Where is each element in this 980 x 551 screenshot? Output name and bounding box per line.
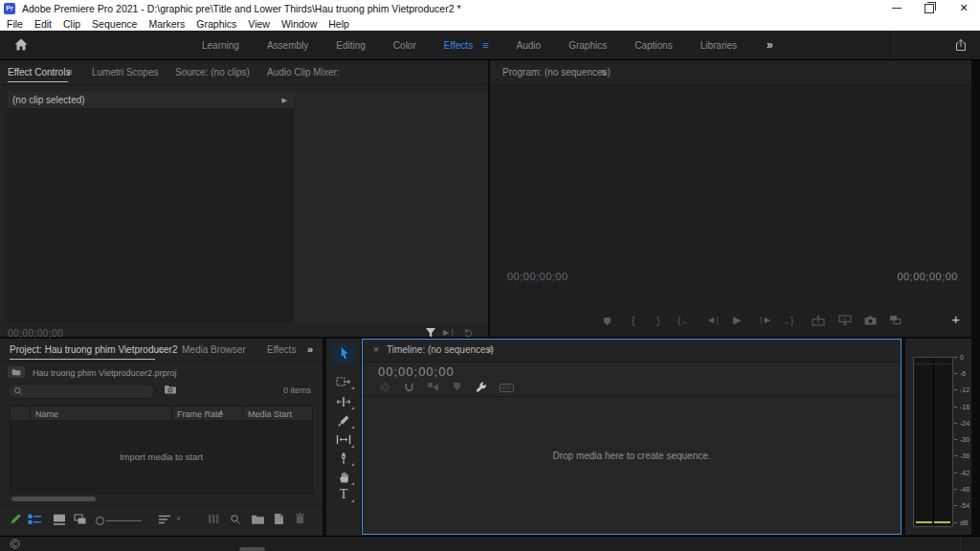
- workspace-tab-learning[interactable]: Learning: [202, 40, 239, 51]
- tab-media-browser[interactable]: Media Browser: [182, 344, 246, 355]
- tab-program[interactable]: Program: (no sequences): [502, 67, 611, 77]
- horizontal-scrollbar[interactable]: [11, 496, 96, 501]
- automate-to-sequence-icon[interactable]: [208, 514, 221, 524]
- menu-clip[interactable]: Clip: [57, 18, 86, 30]
- effect-controls-panel: Effect Controls ≡ Lumetri Scopes Source:…: [0, 60, 488, 337]
- close-button[interactable]: ✕: [949, 0, 978, 16]
- column-frame-rate[interactable]: Frame Rate: [177, 409, 223, 419]
- go-to-in-icon[interactable]: {←: [678, 316, 690, 326]
- captions-track-icon[interactable]: CC: [500, 384, 514, 392]
- tab-effect-controls[interactable]: Effect Controls: [8, 67, 70, 77]
- home-icon[interactable]: [13, 37, 29, 52]
- extract-icon[interactable]: [838, 315, 852, 326]
- workspace-tab-audio[interactable]: Audio: [517, 40, 542, 51]
- loop-playback-icon[interactable]: [463, 328, 474, 339]
- menu-graphics[interactable]: Graphics: [190, 18, 242, 30]
- go-to-out-icon[interactable]: →}: [781, 316, 793, 326]
- sort-options-icon[interactable]: [158, 515, 171, 524]
- razor-tool[interactable]: [332, 411, 355, 430]
- workspace-tab-color[interactable]: Color: [393, 40, 416, 51]
- timeline-display-settings-icon[interactable]: [475, 381, 487, 393]
- tab-timeline[interactable]: Timeline: (no sequences): [387, 344, 494, 355]
- play-button-icon[interactable]: ▶: [733, 314, 741, 326]
- creative-cloud-status-icon[interactable]: [10, 539, 20, 549]
- menu-edit[interactable]: Edit: [29, 18, 57, 30]
- timeline-timecode[interactable]: 00;00;00;00: [378, 364, 455, 379]
- project-item-list[interactable]: Import media to start: [10, 420, 313, 494]
- timeline-add-marker-icon[interactable]: [454, 383, 460, 390]
- snap-icon[interactable]: [404, 382, 414, 393]
- menu-sequence[interactable]: Sequence: [86, 18, 143, 30]
- project-breadcrumb[interactable]: Hau truong phim Vietproducer2.prproj: [33, 368, 176, 378]
- step-back-icon[interactable]: ◀❘: [708, 316, 721, 324]
- timeline-close-icon[interactable]: ×: [373, 344, 379, 355]
- minimize-button[interactable]: [882, 0, 911, 16]
- workspace-tab-graphics[interactable]: Graphics: [568, 40, 607, 51]
- pen-tool[interactable]: [332, 449, 355, 467]
- menu-help[interactable]: Help: [323, 18, 355, 30]
- sort-dropdown-caret-icon[interactable]: ∨: [176, 515, 181, 522]
- menu-markers[interactable]: Markers: [143, 18, 190, 30]
- sort-ascending-icon[interactable]: ∧: [218, 408, 224, 417]
- workspace-tab-editing[interactable]: Editing: [336, 40, 366, 51]
- add-marker-icon[interactable]: [604, 318, 611, 325]
- export-frame-icon[interactable]: [864, 316, 877, 325]
- step-forward-icon[interactable]: ❘▶: [758, 316, 770, 324]
- icon-view-icon[interactable]: [53, 514, 66, 525]
- tab-audio-clip-mixer[interactable]: Audio Clip Mixer:: [267, 67, 340, 77]
- selection-tool[interactable]: [332, 344, 355, 363]
- audio-meter-bars[interactable]: [913, 357, 953, 527]
- workspace-overflow-chevron[interactable]: »: [767, 38, 773, 52]
- button-editor-plus-icon[interactable]: +: [951, 311, 960, 327]
- tab-lumetri-scopes[interactable]: Lumetri Scopes: [92, 67, 158, 77]
- mark-in-icon[interactable]: {: [632, 315, 635, 326]
- filter-properties-icon[interactable]: [425, 327, 436, 339]
- tab-project[interactable]: Project: Hau truong phim Vietproducer2: [10, 344, 177, 355]
- zoom-slider-handle[interactable]: [96, 517, 104, 525]
- project-writable-icon[interactable]: [10, 513, 22, 525]
- menu-view[interactable]: View: [242, 18, 276, 30]
- workspace-tab-libraries[interactable]: Libraries: [701, 40, 737, 51]
- type-tool[interactable]: T: [332, 485, 355, 503]
- new-bin-icon[interactable]: [251, 514, 265, 525]
- project-overflow-chevron[interactable]: »: [307, 343, 313, 355]
- meter-scale-label: -54: [960, 502, 969, 509]
- new-item-icon[interactable]: [274, 513, 284, 525]
- comparison-view-icon[interactable]: [889, 315, 902, 325]
- workspace-tab-assembly[interactable]: Assembly: [267, 40, 308, 51]
- effect-controls-menu-icon[interactable]: ≡: [67, 67, 73, 77]
- status-scrollbar[interactable]: [239, 547, 265, 551]
- timeline-menu-icon[interactable]: ≡: [487, 344, 493, 355]
- tab-source[interactable]: Source: (no clips): [175, 67, 250, 77]
- delete-icon[interactable]: [295, 513, 305, 524]
- slip-tool[interactable]: [332, 430, 355, 449]
- ripple-edit-tool[interactable]: [332, 392, 355, 410]
- workspace-menu-icon[interactable]: ≡: [482, 39, 488, 51]
- project-root-folder-icon[interactable]: [8, 366, 25, 378]
- list-view-icon[interactable]: [28, 514, 42, 525]
- workspace-tab-captions[interactable]: Captions: [635, 40, 672, 51]
- linked-selection-icon[interactable]: [427, 382, 440, 393]
- workspace-tab-effects[interactable]: Effects: [444, 40, 473, 51]
- project-menu-icon[interactable]: ≡: [159, 344, 165, 355]
- lift-icon[interactable]: [812, 315, 825, 326]
- find-icon[interactable]: [230, 514, 241, 525]
- zoom-slider-track[interactable]: [106, 520, 142, 521]
- column-name[interactable]: Name: [35, 409, 58, 419]
- menu-file[interactable]: File: [1, 18, 29, 30]
- search-in-bin-icon[interactable]: [164, 384, 177, 395]
- play-edit-icon[interactable]: ▶❘: [443, 328, 456, 337]
- program-menu-icon[interactable]: ≡: [601, 67, 607, 77]
- track-select-forward-tool[interactable]: [332, 372, 355, 390]
- menu-window[interactable]: Window: [276, 18, 323, 30]
- export-icon[interactable]: [954, 38, 968, 52]
- freeform-view-icon[interactable]: [74, 514, 87, 525]
- hand-tool[interactable]: [332, 468, 355, 486]
- insert-as-nest-icon[interactable]: [379, 382, 390, 393]
- search-input[interactable]: [8, 384, 155, 399]
- column-media-start[interactable]: Media Start: [248, 409, 292, 419]
- expand-chevron-icon[interactable]: ▶: [282, 97, 287, 104]
- mark-out-icon[interactable]: }: [657, 315, 660, 326]
- restore-button[interactable]: [915, 0, 944, 16]
- tab-effects-bin[interactable]: Effects: [267, 344, 296, 355]
